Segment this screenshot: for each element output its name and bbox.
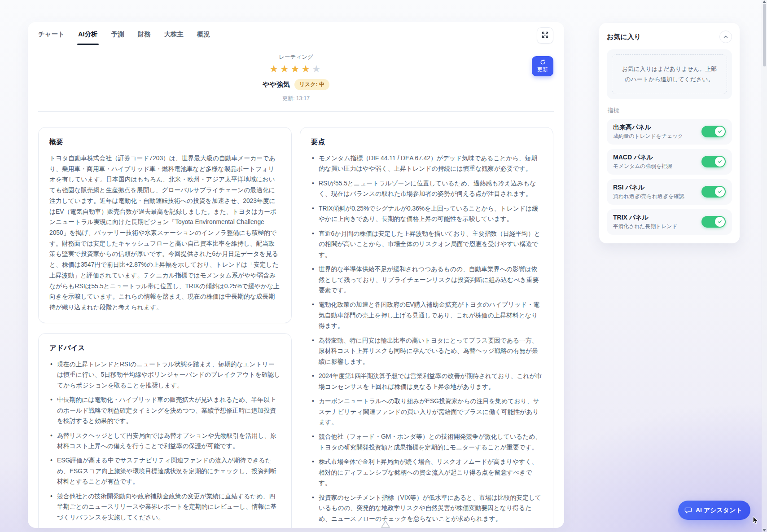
- sentiment-text: やや強気: [263, 80, 290, 89]
- star-rating: ★★★★★: [38, 64, 554, 74]
- scroll-down-arrow[interactable]: [763, 529, 766, 532]
- keypoint-bullet: TRIX傾斜が0.25%でシグナルが0.36%を上回っていることから、トレンドは…: [311, 203, 542, 224]
- keypoint-bullet: 競合他社（フォード・GM・ホンダ等）との技術開発競争が激化しているため、トヨタの…: [311, 431, 542, 453]
- rating-section: レーティング ★★★★★ やや強気 リスク: 中 更新: 13:17 更新: [38, 53, 554, 102]
- collapse-button[interactable]: [719, 31, 732, 43]
- keypoint-bullet: 為替変動、特に円安は輸出比率の高いトヨタにとってプラス要因である一方、原材料コス…: [311, 335, 542, 367]
- tab-chart[interactable]: チャート: [38, 30, 65, 45]
- keypoints-list: モメンタム指標（DIF 44.11 / DEA 67.42）がデッド気味であるこ…: [311, 153, 542, 524]
- divider: [38, 111, 554, 112]
- trix-panel-toggle[interactable]: [701, 216, 726, 228]
- favorites-title: お気に入り: [607, 33, 641, 41]
- keypoints-panel: 要点 モメンタム指標（DIF 44.11 / DEA 67.42）がデッド気味で…: [300, 127, 553, 528]
- indicator-item-volume: 出来高パネル 成約量のトレンドをチェック: [607, 119, 732, 145]
- indicator-item-trix: TRIX パネル 平滑化された長期トレンド: [607, 209, 732, 235]
- star-icon: ★: [280, 63, 291, 75]
- indicator-subtitle: 成約量のトレンドをチェック: [613, 133, 683, 140]
- indicator-subtitle: 平滑化された長期トレンド: [613, 223, 678, 230]
- keypoint-bullet: 直近6か月間の株価は安定した上昇波動を描いており、主要指数（日経平均）との相関が…: [311, 229, 542, 260]
- tab-forecast[interactable]: 予測: [111, 30, 124, 45]
- indicator-title: RSI パネル: [613, 184, 684, 192]
- scroll-up-arrow[interactable]: [763, 0, 766, 3]
- tab-financials[interactable]: 財務: [138, 30, 151, 45]
- analysis-card: チャート AI分析 予測 財務 大株主 概況 レーティング ★★★★★ やや強気…: [28, 22, 564, 528]
- advice-bullet: 現在の上昇トレンドとRSIのニュートラル状態を踏まえ、短期的なエントリーは慎重に…: [49, 359, 281, 391]
- advice-bullet: 競合他社との技術開発動向や政府補助金政策の変更が業績に直結するため、四半期ごとの…: [49, 491, 281, 523]
- indicator-title: 出来高パネル: [613, 123, 683, 132]
- overview-panel: 概要 トヨタ自動車株式会社（証券コード7203）は、世界最大級の自動車メーカーで…: [38, 127, 292, 323]
- star-icon: ★: [301, 63, 312, 75]
- favorites-empty-state: お気に入りはまだありません。上部のハートから追加してください。: [607, 49, 732, 99]
- favorites-sidebar: お気に入り お気に入りはまだありません。上部のハートから追加してください。 指標…: [599, 23, 740, 243]
- star-icon: ★: [312, 63, 323, 75]
- toggle-knob: [715, 127, 725, 136]
- chat-icon: [684, 506, 692, 514]
- tab-ai-analysis[interactable]: AI分析: [78, 30, 98, 45]
- refresh-button[interactable]: 更新: [532, 56, 553, 76]
- overview-body: トヨタ自動車株式会社（証券コード7203）は、世界最大級の自動車メーカーであり、…: [49, 153, 281, 313]
- refresh-button-label: 更新: [537, 66, 548, 74]
- macd-panel-toggle[interactable]: [701, 156, 726, 167]
- keypoint-bullet: 株式市場全体で金利上昇局面が続く場合、リスクオフムードが高まりやすく、相対的にデ…: [311, 457, 542, 488]
- expand-button[interactable]: [537, 27, 553, 44]
- advice-list: 現在の上昇トレンドとRSIのニュートラル状態を踏まえ、短期的なエントリーは慎重に…: [49, 359, 281, 528]
- indicator-subtitle: 買われ過ぎ/売られ過ぎを確認: [613, 193, 684, 200]
- advice-panel: アドバイス 現在の上昇トレンドとRSIのニュートラル状態を踏まえ、短期的なエント…: [38, 333, 292, 528]
- scrollbar-thumb[interactable]: [763, 4, 766, 66]
- indicator-item-macd: MACD パネル モメンタムの強弱を把握: [607, 149, 732, 175]
- favorites-empty-message: お気に入りはまだありません。上部のハートから追加してください。: [619, 64, 719, 85]
- advice-title: アドバイス: [49, 343, 281, 353]
- tab-overview[interactable]: 概況: [197, 30, 210, 45]
- indicator-title: TRIX パネル: [613, 214, 678, 222]
- toggle-knob: [715, 217, 725, 227]
- keypoints-title: 要点: [311, 137, 542, 147]
- keypoint-bullet: モメンタム指標（DIF 44.11 / DEA 67.42）がデッド気味であるこ…: [311, 153, 542, 174]
- triangle-icon: [380, 519, 391, 528]
- rating-label: レーティング: [38, 53, 554, 61]
- tab-major-shareholders[interactable]: 大株主: [164, 30, 184, 45]
- refresh-icon: [540, 59, 546, 65]
- keypoint-bullet: カーボンニュートラルへの取り組みがESG投資家からの注目を集めており、サステナビ…: [311, 396, 542, 427]
- advice-bullet: 為替リスクヘッジとして円安局面では為替オプションや先物取引を活用し、原材料コスト…: [49, 431, 281, 452]
- risk-badge: リスク: 中: [294, 79, 329, 90]
- ai-assistant-button[interactable]: AI アシスタント: [678, 501, 750, 520]
- volume-panel-toggle[interactable]: [701, 126, 726, 137]
- indicator-title: MACD パネル: [613, 154, 672, 162]
- advice-bullet: ESG評価が高まる中でサステナビリティ関連ファンドの流入が期待できるため、ESG…: [49, 455, 281, 487]
- mouse-cursor: [752, 516, 760, 526]
- star-icon: ★: [269, 63, 280, 75]
- keypoint-bullet: 電動化政策の加速と各国政府のEV購入補助金拡充がトヨタのハイブリッド・電気自動車…: [311, 299, 542, 331]
- advice-bullet: 市場全体で金利上昇局面が予想される場合は、ディフェンシブ銘柄への分散投資も検討し…: [49, 527, 281, 528]
- updated-timestamp: 更新: 13:17: [38, 95, 554, 102]
- expand-icon: [541, 31, 549, 40]
- toggle-knob: [715, 187, 725, 197]
- keypoint-bullet: 投資家のセンチメント指標（VIX等）が低水準にあると、市場は比較的安定しているも…: [311, 492, 542, 524]
- toggle-knob: [715, 157, 725, 167]
- keypoint-bullet: 世界的な半導体供給不足が緩和されつつあるものの、自動車業界への影響は依然として残…: [311, 264, 542, 295]
- rsi-panel-toggle[interactable]: [701, 186, 726, 198]
- keypoint-bullet: 2024年度第1四半期決算予想では営業利益率の改善が期待されており、これが市場コ…: [311, 371, 542, 392]
- star-icon: ★: [291, 63, 302, 75]
- overview-title: 概要: [49, 137, 281, 147]
- chevron-up-icon: [723, 34, 729, 40]
- indicator-item-rsi: RSI パネル 買われ過ぎ/売られ過ぎを確認: [607, 179, 732, 205]
- indicator-subtitle: モメンタムの強弱を把握: [613, 163, 672, 170]
- tab-bar: チャート AI分析 予測 財務 大株主 概況: [38, 27, 554, 47]
- indicators-label: 指標: [608, 106, 732, 114]
- advice-bullet: 中長期的には電動化・ハイブリッド車の販売拡大が見込まれるため、半年以上のホールド…: [49, 395, 281, 426]
- keypoint-bullet: RSIが55.5とニュートラルゾーンに位置しているため、過熱感も冷え込みもなく、…: [311, 178, 542, 199]
- page-scrollbar[interactable]: [762, 0, 767, 532]
- ai-assistant-label: AI アシスタント: [696, 506, 742, 514]
